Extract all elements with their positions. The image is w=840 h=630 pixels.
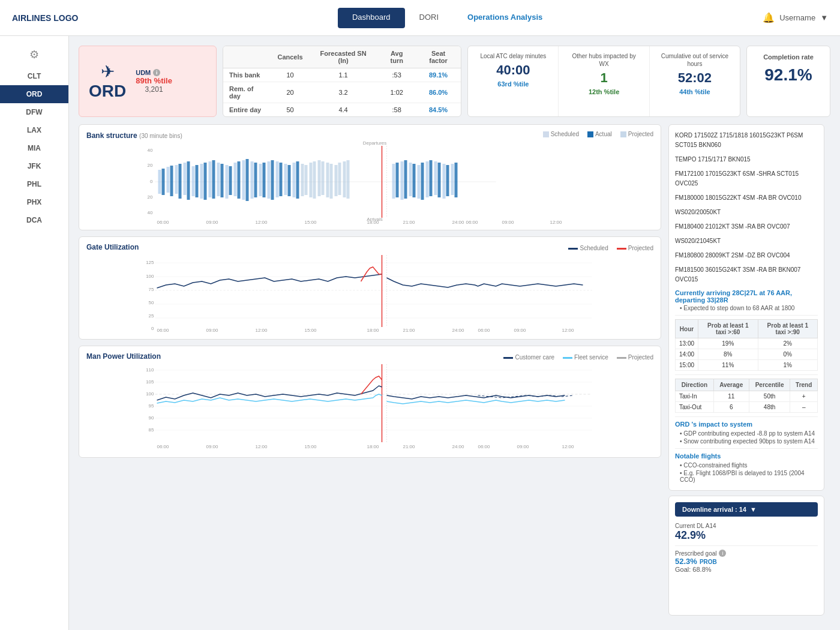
svg-rect-41 [293, 163, 296, 182]
logo: AIRLINES LOGO [12, 13, 132, 23]
svg-rect-65 [200, 182, 203, 199]
svg-rect-25 [226, 165, 229, 182]
svg-rect-123 [418, 182, 421, 199]
username[interactable]: Username [779, 13, 815, 22]
udm-percentile: 89th %tile [136, 76, 172, 85]
sidebar-item-phl[interactable]: PHL [0, 175, 68, 193]
svg-text:100: 100 [146, 391, 154, 397]
dl-current-section: Current DL A14 42.9% [675, 523, 818, 542]
svg-rect-84 [280, 182, 283, 196]
gate-util-svg: 125 100 75 50 25 0 [86, 255, 653, 333]
svg-rect-22 [212, 160, 215, 182]
downline-panel: Downline arrival : 14 ▼ Current DL A14 4… [668, 496, 824, 616]
sidebar-gear-icon[interactable]: ⚙ [23, 42, 45, 67]
udm-info-icon[interactable]: i [153, 69, 160, 76]
svg-text:06:00: 06:00 [466, 220, 479, 224]
bank-row-thisbank: This bank 10 1.1 :53 89.1% [223, 68, 461, 82]
svg-text:06:00: 06:00 [478, 328, 491, 333]
svg-rect-56 [162, 182, 165, 195]
bank-row-cancels-2: 50 [271, 103, 308, 117]
svg-text:20: 20 [148, 194, 153, 200]
svg-rect-50 [330, 164, 333, 182]
svg-rect-61 [184, 182, 187, 195]
sidebar-item-dfw[interactable]: DFW [0, 103, 68, 121]
sidebar-item-phx[interactable]: PHX [0, 193, 68, 211]
svg-text:50: 50 [149, 300, 154, 305]
svg-text:21:00: 21:00 [403, 220, 416, 224]
atc-card-cumulative: Cumulative out of service hours 52:02 44… [650, 46, 740, 116]
svg-rect-114 [446, 165, 449, 182]
downline-button[interactable]: Downline arrival : 14 ▼ [675, 502, 818, 517]
impact-bullet-1: Snow contributing expected 90bps to syst… [680, 438, 818, 445]
udm-info: UDM i 89th %tile 3,201 [136, 69, 172, 94]
charts-col: Bank structure (30 minute bins) Schedule… [79, 124, 661, 616]
atc-value-0: 40:00 [476, 62, 550, 78]
dl-divider [675, 545, 818, 546]
header: AIRLINES LOGO Dashboard DORI Operations … [0, 0, 840, 36]
svg-rect-124 [421, 182, 424, 200]
svg-rect-77 [251, 182, 254, 199]
sidebar-item-mia[interactable]: MIA [0, 139, 68, 157]
bell-icon[interactable]: 🔔 [763, 12, 775, 23]
prob-col-90: Prob at least 1 taxi >:90 [758, 320, 817, 338]
sidebar-item-ord[interactable]: ORD [0, 85, 68, 103]
bank-row-sn-1: 3.2 [309, 82, 378, 103]
svg-rect-79 [259, 182, 262, 196]
svg-rect-44 [305, 165, 308, 182]
svg-rect-99 [343, 182, 346, 197]
svg-text:105: 105 [146, 379, 154, 385]
dl-info-icon[interactable]: i [719, 550, 726, 557]
sidebar-item-lax[interactable]: LAX [0, 121, 68, 139]
udm-code: ORD [89, 82, 126, 101]
svg-rect-129 [443, 182, 446, 199]
svg-rect-117 [392, 182, 395, 199]
svg-text:24:00: 24:00 [452, 444, 465, 449]
bank-col-empty [223, 46, 271, 68]
svg-rect-32 [254, 163, 257, 182]
atc-value-1: 1 [567, 70, 640, 86]
dir-row-1: Taxi-Out 6 48th – [676, 402, 818, 413]
svg-rect-28 [238, 161, 241, 182]
gate-legend: Scheduled Projected [568, 245, 653, 251]
nav-dashboard[interactable]: Dashboard [338, 8, 405, 28]
svg-rect-63 [192, 182, 195, 196]
nav-operations[interactable]: Operations Analysis [453, 8, 557, 28]
gate-legend-scheduled: Scheduled [568, 245, 608, 251]
atc-card-local: Local ATC delay minutes 40:00 63rd %tile [468, 46, 559, 116]
dl-current-value: 42.9% [675, 529, 818, 542]
header-right: 🔔 Username ▼ [763, 12, 828, 23]
svg-rect-58 [170, 182, 173, 196]
svg-rect-42 [296, 161, 299, 182]
svg-text:125: 125 [146, 260, 154, 265]
svg-text:18:00: 18:00 [367, 444, 380, 449]
svg-rect-98 [338, 182, 341, 195]
sidebar-item-clt[interactable]: CLT [0, 67, 68, 85]
notable-bullet-1: E.g. Flight 1068/PBI is delayed to 1915 … [680, 470, 818, 483]
svg-rect-20 [204, 163, 207, 182]
svg-rect-39 [284, 164, 287, 182]
svg-text:18:00: 18:00 [367, 328, 380, 333]
svg-rect-80 [263, 182, 266, 197]
svg-rect-51 [335, 165, 338, 182]
flight-line-7: FM181500 36015G24KT 3SM -RA BR BKN007 OV… [675, 265, 818, 284]
nav-dori[interactable]: DORI [405, 8, 454, 28]
svg-text:Departures: Departures [363, 140, 387, 146]
bank-row-cancels-0: 10 [271, 68, 308, 82]
notable-title: Notable flights [675, 452, 818, 460]
svg-rect-23 [217, 163, 220, 182]
dir-row-0: Taxi-In 11 50th + [676, 391, 818, 402]
sidebar-item-jfk[interactable]: JFK [0, 157, 68, 175]
atc-cards: Local ATC delay minutes 40:00 63rd %tile… [467, 46, 740, 117]
svg-rect-82 [271, 182, 274, 200]
svg-text:12:00: 12:00 [256, 220, 268, 224]
svg-rect-49 [326, 163, 329, 182]
sidebar-item-dca[interactable]: DCA [0, 211, 68, 229]
bank-col-cancels: Cancels [271, 46, 308, 68]
prob-row-2: 15:00 11% 1% [676, 360, 818, 371]
divider-2 [675, 374, 818, 375]
svg-rect-67 [209, 182, 212, 197]
svg-rect-38 [280, 163, 283, 182]
dl-prescribed-label: Prescribed goal [675, 550, 716, 557]
bank-row-sn-0: 1.1 [309, 68, 378, 82]
svg-rect-52 [338, 163, 341, 182]
